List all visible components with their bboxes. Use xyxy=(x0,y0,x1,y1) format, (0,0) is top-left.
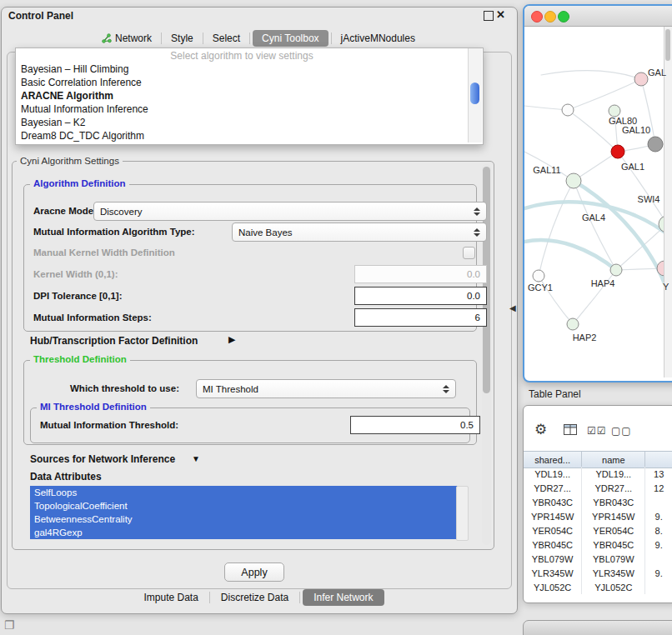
algorithm-option[interactable]: Bayesian – Hill Climbing xyxy=(17,62,469,76)
zoom-traffic-light[interactable] xyxy=(558,11,569,22)
tab-divider xyxy=(249,32,250,44)
table-cell: YDL19... xyxy=(524,467,582,481)
mi-steps-field[interactable]: 6 xyxy=(354,308,487,327)
network-node[interactable] xyxy=(611,145,624,158)
expand-right-icon[interactable]: ▶ xyxy=(228,334,235,345)
table-cell: YBR043C xyxy=(582,495,645,509)
mi-algorithm-type-combo[interactable]: Naive Bayes xyxy=(232,222,487,242)
algorithm-placeholder: Select algorithm to view settings xyxy=(15,50,469,62)
node-label: GCY1 xyxy=(528,282,553,292)
deselect-all-checks-icon[interactable]: ▢▢ xyxy=(611,425,632,437)
tab-select[interactable]: Select xyxy=(203,30,249,47)
tab-discretize-data[interactable]: Discretize Data xyxy=(210,589,299,606)
bottom-tabs: Impute Data Discretize Data Infer Networ… xyxy=(0,589,517,606)
tab-jactivemodules[interactable]: jActiveMNodules xyxy=(332,30,424,47)
which-threshold-combo[interactable]: MI Threshold xyxy=(196,379,456,398)
list-scrollbar-track[interactable] xyxy=(456,486,469,541)
dpi-tolerance-label: DPI Tolerance [0,1]: xyxy=(33,291,123,301)
sources-section-label[interactable]: Sources for Network Inference xyxy=(30,453,175,465)
node-label: GAL1 xyxy=(621,162,644,172)
network-node[interactable] xyxy=(533,270,544,282)
list-item-selected[interactable]: gal4RGexp xyxy=(30,526,459,539)
node-table: YDL19... YDL19... 13 YDR27... YDR27... 1… xyxy=(524,467,672,594)
tab-cyni-toolbox[interactable]: Cyni Toolbox xyxy=(253,30,328,47)
table-cell xyxy=(645,580,672,594)
table-row[interactable]: YDR27... YDR27... 12 xyxy=(524,481,672,495)
column-header[interactable]: name xyxy=(582,452,645,468)
list-item-selected[interactable]: TopologicalCoefficient xyxy=(30,499,459,512)
combo-arrows-icon xyxy=(443,385,449,393)
column-header[interactable]: shared... xyxy=(524,452,582,468)
table-cell: YBR045C xyxy=(524,538,582,552)
manual-kernel-label: Manual Kernel Width Definition xyxy=(33,248,175,258)
list-item-selected[interactable]: BetweennessCentrality xyxy=(30,512,459,526)
tab-network-label: Network xyxy=(115,32,152,44)
cyni-algorithm-settings-title: Cyni Algorithm Settings xyxy=(17,156,123,166)
node-label: GAL10 xyxy=(622,125,650,135)
algorithm-option[interactable]: Dream8 DC_TDC Algorithm xyxy=(17,129,469,142)
algorithm-definition-title: Algorithm Definition xyxy=(30,178,129,188)
aracne-mode-combo[interactable]: Discovery xyxy=(93,202,487,221)
gear-icon[interactable]: ⚙ xyxy=(534,421,547,438)
node-label: HAP4 xyxy=(591,278,615,288)
table-cell: YPR145W xyxy=(582,509,645,523)
network-node[interactable] xyxy=(567,318,579,330)
table-header: shared... name xyxy=(524,451,672,468)
expand-down-icon[interactable]: ▼ xyxy=(192,454,200,463)
manual-kernel-checkbox[interactable] xyxy=(463,247,475,259)
tab-infer-network[interactable]: Infer Network xyxy=(303,589,384,606)
network-node[interactable] xyxy=(566,173,581,188)
close-traffic-light[interactable] xyxy=(531,11,543,22)
mi-threshold-group-title: MI Threshold Definition xyxy=(37,402,150,412)
network-node[interactable] xyxy=(562,104,574,116)
algorithm-option[interactable]: Bayesian – K2 xyxy=(17,116,469,129)
popup-scrollbar-thumb[interactable] xyxy=(470,82,479,104)
tab-style[interactable]: Style xyxy=(162,30,203,47)
table-row[interactable]: YPR145W YPR145W 9. xyxy=(524,509,672,523)
kernel-width-field[interactable]: 0.0 xyxy=(354,265,487,283)
algorithm-option[interactable]: Basic Correlation Inference xyxy=(17,76,469,89)
table-row[interactable]: YER054C YER054C 8. xyxy=(524,523,672,538)
network-node[interactable] xyxy=(634,72,648,86)
table-row[interactable]: YBL079W YBL079W xyxy=(524,552,672,566)
close-icon[interactable]: ✕ xyxy=(496,8,505,21)
network-node[interactable] xyxy=(648,137,663,152)
column-header[interactable] xyxy=(645,452,672,468)
table-cell: YDR27... xyxy=(524,481,582,495)
node-label: Y xyxy=(663,282,669,292)
table-row[interactable]: YBR043C YBR043C xyxy=(524,495,672,509)
table-row[interactable]: YBR045C YBR045C 9. xyxy=(524,538,672,552)
table-cell: YBL079W xyxy=(582,552,645,566)
table-cell: 9. xyxy=(645,538,672,552)
columns-icon[interactable] xyxy=(564,424,577,435)
hub-section-label[interactable]: Hub/Transcription Factor Definition xyxy=(30,335,198,347)
collapse-left-icon[interactable]: ◀ xyxy=(509,303,516,312)
list-item-selected[interactable]: SelfLoops xyxy=(30,486,459,499)
network-scrollbar-thumb[interactable] xyxy=(665,29,670,61)
apply-button[interactable]: Apply xyxy=(224,562,284,582)
table-row[interactable]: YLR345W YLR345W 9. xyxy=(524,566,672,580)
select-all-checks-icon[interactable]: ☑☑ xyxy=(587,425,607,437)
minimize-traffic-light[interactable] xyxy=(544,11,556,22)
tab-network[interactable]: Network xyxy=(93,30,161,47)
table-cell: YDL19... xyxy=(582,467,645,481)
float-window-icon[interactable] xyxy=(484,11,494,21)
network-node[interactable] xyxy=(609,105,620,117)
network-node[interactable] xyxy=(610,264,622,276)
tab-impute-data[interactable]: Impute Data xyxy=(133,589,208,606)
table-cell: YJL052C xyxy=(582,580,645,594)
table-row[interactable]: YDL19... YDL19... 13 xyxy=(524,467,672,481)
mi-threshold-field[interactable]: 0.5 xyxy=(350,416,480,434)
restore-panel-icon[interactable]: ❐ xyxy=(4,618,15,632)
algorithm-option-selected[interactable]: ARACNE Algorithm xyxy=(17,89,469,102)
table-cell: YPR145W xyxy=(524,509,582,523)
node-label: HAP2 xyxy=(573,332,597,342)
dpi-tolerance-field[interactable]: 0.0 xyxy=(354,287,487,305)
table-row[interactable]: YJL052C YJL052C xyxy=(524,580,672,594)
table-cell: YLR345W xyxy=(524,566,582,580)
table-cell: YBR045C xyxy=(582,538,645,552)
network-scrollbar-track[interactable] xyxy=(664,27,672,378)
table-cell xyxy=(645,495,672,509)
bottom-panel-bar[interactable] xyxy=(523,620,672,635)
algorithm-option[interactable]: Mutual Information Inference xyxy=(17,102,469,116)
